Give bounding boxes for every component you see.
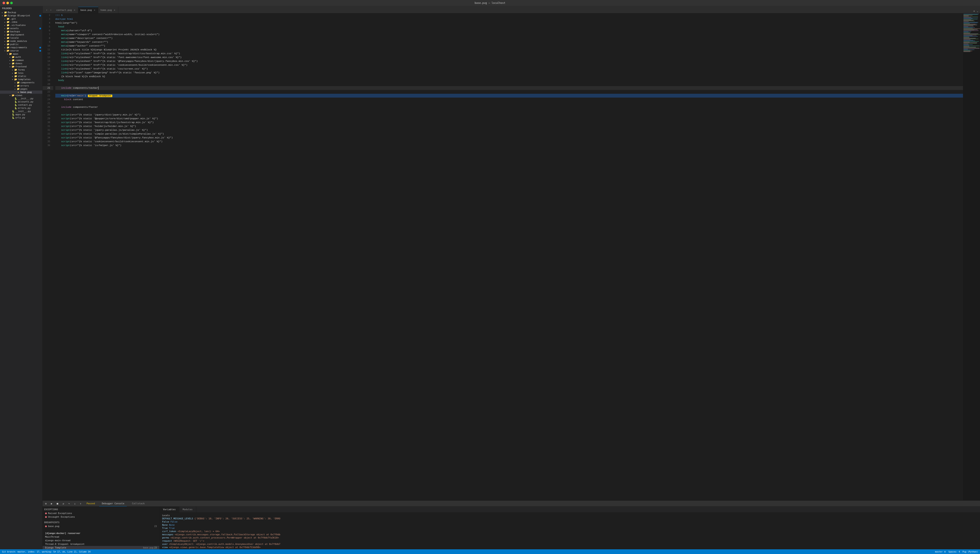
code-line-10: meta(name="author" content="") bbox=[55, 44, 963, 48]
tab-back-button[interactable]: ‹ bbox=[45, 8, 48, 12]
vars-tab-1[interactable]: Modules bbox=[179, 506, 196, 512]
sidebar-item-demos[interactable]: ▸📁demos bbox=[0, 62, 42, 65]
thread-item-0[interactable]: [django:docker] runserver bbox=[43, 532, 160, 535]
thread-item-1[interactable]: MainThread bbox=[43, 535, 160, 539]
var-item-6: perms<django.contrib.auth.context_proces… bbox=[162, 536, 977, 539]
sidebar-item-source[interactable]: ▾📂source bbox=[0, 49, 42, 52]
sidebar-item-public[interactable]: ▸📁public bbox=[0, 43, 42, 46]
var-name-6: perms bbox=[162, 536, 169, 539]
close-button[interactable] bbox=[3, 2, 5, 4]
sidebar-item-assets[interactable]: ▸📁assets bbox=[0, 27, 42, 30]
sidebar-item-auth[interactable]: ▸📁auth bbox=[0, 56, 42, 59]
sidebar-item-errors-py[interactable]: 🐍errors.py bbox=[0, 107, 42, 110]
line-number-5: 5 bbox=[43, 25, 53, 29]
change-indicator-django-blueprint bbox=[39, 15, 41, 17]
syntax-mode[interactable]: Pug (Python) bbox=[962, 551, 978, 553]
sidebar-item-deployment[interactable]: ▸📁deployment bbox=[0, 33, 42, 37]
sidebar-item-accounts-py[interactable]: 🐍accounts.py bbox=[0, 100, 42, 103]
breakpoint-item-0[interactable]: base.pug23 bbox=[43, 524, 160, 528]
tree-arrow-common: ▸ bbox=[8, 59, 11, 61]
tab-add-button[interactable]: + bbox=[972, 9, 976, 13]
title-bar: base.pug — localhost bbox=[0, 0, 980, 6]
vars-tab-0[interactable]: Variables bbox=[160, 506, 179, 512]
sidebar-item-common[interactable]: ▸📁common bbox=[0, 59, 42, 62]
tree-icon-static: 📁 bbox=[14, 75, 18, 78]
sidebar-item-label-apps-py: apps.py bbox=[15, 113, 25, 116]
step-into-button[interactable]: ↓ bbox=[73, 502, 77, 506]
var-item-4: csrf_token<SimpleLazyObject, len() = 64> bbox=[162, 530, 977, 533]
stop-button[interactable]: ■ bbox=[56, 502, 59, 506]
sidebar-item-apps-py[interactable]: 🐍apps.py bbox=[0, 113, 42, 116]
sidebar-item-less[interactable]: ▸📁less bbox=[0, 72, 42, 75]
restart-button[interactable]: ↺ bbox=[62, 502, 65, 506]
tree-icon-backups: 📁 bbox=[6, 30, 10, 33]
tab-base[interactable]: base.pug× bbox=[78, 7, 98, 13]
debugger-console-tab[interactable]: Debugger Console bbox=[99, 501, 127, 506]
sidebar-item-static[interactable]: ▸📁static bbox=[0, 75, 42, 78]
tab-close-contact[interactable]: × bbox=[73, 8, 76, 11]
step-out-button[interactable]: ↑ bbox=[79, 502, 82, 506]
sidebar-item-__init__2-py[interactable]: 🐍__init__.py bbox=[0, 110, 42, 113]
tab-menu-button[interactable]: ⌄ bbox=[976, 9, 979, 13]
sidebar-item-django-blueprint[interactable]: ▾📂Django Blueprint bbox=[0, 14, 42, 17]
sidebar-item-components[interactable]: ▸📁components bbox=[0, 81, 42, 84]
sidebar-item-urls-py[interactable]: 🐍urls.py bbox=[0, 116, 42, 119]
sidebar-item-locale[interactable]: ▸📁locale bbox=[0, 37, 42, 40]
code-line-23: main(role='main')Stopped: breakpoint bbox=[55, 94, 963, 97]
tree-icon-git: 📁 bbox=[6, 18, 10, 20]
thread-item-3[interactable]: Thread-8 Stopped: breakpoint bbox=[43, 542, 160, 546]
sidebar-item-__init__-py[interactable]: 🐍__init__.py bbox=[0, 97, 42, 100]
window-title: base.pug — localhost bbox=[475, 2, 506, 5]
tree-arrow-less: ▸ bbox=[11, 72, 14, 74]
tabs-left: ‹ › contact.pug×base.pug×home.pug× bbox=[43, 7, 118, 13]
sidebar-item-contact-py[interactable]: 🐍contact.py bbox=[0, 103, 42, 107]
tab-contact[interactable]: contact.pug× bbox=[54, 7, 78, 13]
tab-forward-button[interactable]: › bbox=[49, 8, 52, 12]
sidebar-item-templates[interactable]: ▾📂templates bbox=[0, 78, 42, 81]
exception-item-1[interactable]: Uncaught Exceptions bbox=[43, 515, 160, 519]
sidebar-item-errors[interactable]: ▸📁errors bbox=[0, 84, 42, 88]
exception-item-0[interactable]: Raised Exceptions bbox=[43, 511, 160, 515]
sidebar-item-pages[interactable]: ▸📁pages bbox=[0, 88, 42, 91]
var-item-1: FalseFalse bbox=[162, 520, 977, 524]
code-content[interactable]: !!! 5doctype htmlhtml(lang="en") head me… bbox=[53, 13, 963, 500]
sidebar-item-forms[interactable]: ▸📁forms bbox=[0, 68, 42, 72]
var-item-2: NoneNone bbox=[162, 524, 977, 527]
sidebar-item-label-deployment: deployment bbox=[10, 33, 24, 36]
tab-home[interactable]: home.pug× bbox=[98, 7, 118, 13]
sidebar-item-idea[interactable]: ▸📁.idea bbox=[0, 21, 42, 24]
settings-icon[interactable]: ⚙ bbox=[44, 502, 48, 506]
tab-close-home[interactable]: × bbox=[113, 8, 116, 11]
line-number-35: 35 bbox=[43, 140, 53, 143]
sidebar-item-base-pug[interactable]: ◆base.pug bbox=[0, 91, 42, 94]
code-line-6: meta(charset="utf-8") bbox=[55, 29, 963, 32]
code-line-9: meta(name="keywords" content="") bbox=[55, 40, 963, 44]
minimize-button[interactable] bbox=[6, 2, 9, 4]
play-button[interactable]: ▶ bbox=[50, 502, 53, 506]
thread-item-2[interactable]: django-main-thread bbox=[43, 539, 160, 542]
var-name-8: user bbox=[162, 543, 168, 546]
callstack-item-0[interactable]: Django Templatebase.pug23 bbox=[43, 546, 160, 549]
sidebar-item-git[interactable]: ▸📁.git bbox=[0, 17, 42, 21]
sidebar-item-label-backup: Backup bbox=[7, 11, 16, 14]
git-branch-button[interactable]: master ⑥ bbox=[935, 551, 946, 553]
callstack-tab[interactable]: Callstack bbox=[129, 501, 147, 506]
sidebar-item-virtualenv[interactable]: ▸📁.virtualenv bbox=[0, 24, 42, 27]
spaces-setting[interactable]: Spaces: 4 bbox=[948, 551, 960, 553]
tree-arrow-deployment: ▸ bbox=[3, 34, 6, 36]
tab-close-base[interactable]: × bbox=[93, 9, 96, 12]
line-number-36: 36 bbox=[43, 143, 53, 147]
sidebar-item-frontend[interactable]: ▾📂frontend bbox=[0, 65, 42, 68]
sidebar-item-backups[interactable]: ▸📁backups bbox=[0, 30, 42, 33]
folder-tree: ▸📁Backup▾📂Django Blueprint▸📁.git▸📁.idea▸… bbox=[0, 11, 42, 549]
sidebar-item-node_modules[interactable]: ▸📁node_modules bbox=[0, 40, 42, 43]
fullscreen-button[interactable] bbox=[10, 2, 13, 4]
git-branch-status[interactable]: Git branch: master, index: 17, working: … bbox=[2, 551, 91, 553]
main-layout: FOLDERS ▸📁Backup▾📂Django Blueprint▸📁.git… bbox=[0, 6, 980, 549]
sidebar-item-backup[interactable]: ▸📁Backup bbox=[0, 11, 42, 14]
tree-icon-contact-py: 🐍 bbox=[14, 104, 18, 106]
step-over-button[interactable]: ↷ bbox=[67, 502, 71, 506]
sidebar-item-requirements[interactable]: ▸📁requirements bbox=[0, 46, 42, 49]
sidebar-item-apps[interactable]: ▾📂apps bbox=[0, 52, 42, 56]
sidebar-item-views[interactable]: ▾📂views bbox=[0, 94, 42, 97]
